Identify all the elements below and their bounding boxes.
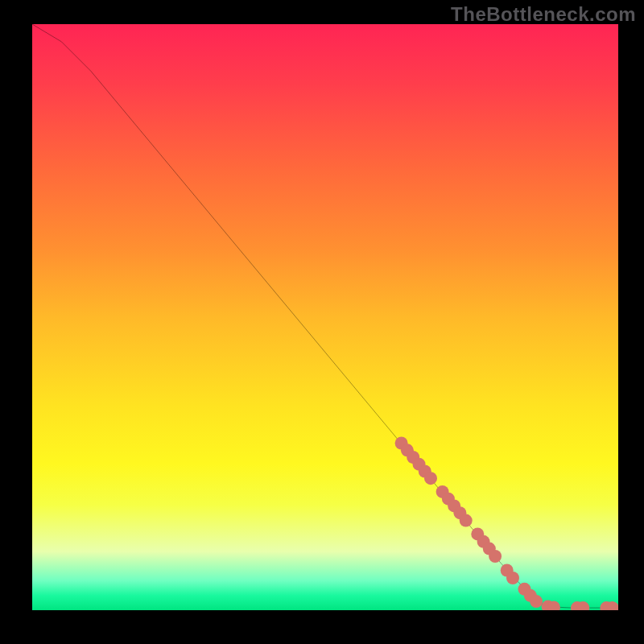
data-marker — [460, 514, 473, 527]
data-marker — [530, 595, 543, 608]
data-marker — [489, 550, 502, 563]
data-marker — [506, 572, 519, 584]
watermark-text: TheBottleneck.com — [451, 3, 636, 26]
chart-frame: TheBottleneck.com — [0, 0, 644, 644]
data-marker — [424, 472, 437, 485]
marker-layer — [32, 24, 618, 610]
marker-group — [395, 437, 618, 611]
